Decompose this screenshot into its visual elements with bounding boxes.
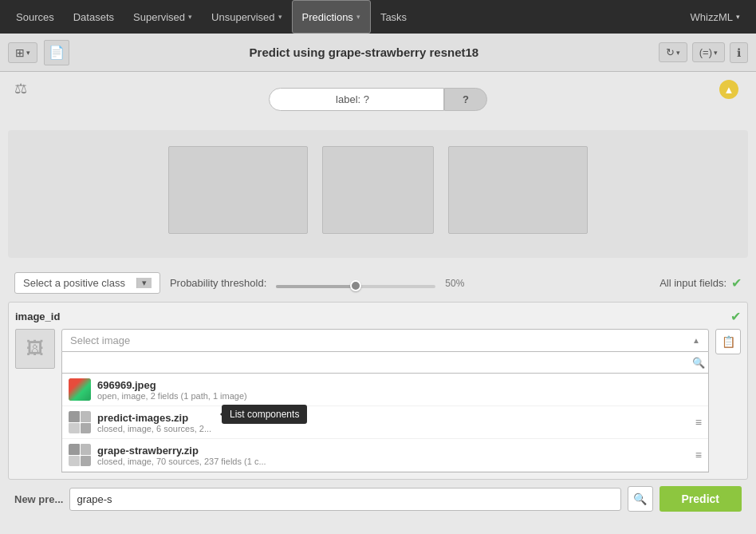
- dropdown-item-0-name: 696969.jpeg: [97, 379, 702, 391]
- nav-datasets-label: Datasets: [73, 11, 114, 23]
- positive-class-dropdown[interactable]: Select a positive class ▾: [14, 272, 160, 294]
- nav-tasks[interactable]: Tasks: [371, 0, 416, 34]
- image-card-2: [322, 146, 434, 242]
- dropdown-item-1-info: predict-images.zip closed, image, 6 sour…: [97, 412, 689, 433]
- search-magnifier-btn[interactable]: 🔍: [628, 486, 653, 512]
- dropdown-item-1-meta: closed, image, 6 sources, 2...: [97, 424, 689, 433]
- image-card-2-display: [322, 146, 434, 234]
- label-badge: ?: [444, 88, 487, 111]
- nav-user-label: WhizzML: [691, 11, 733, 23]
- nav-unsupervised-label: Unsupervised: [211, 11, 275, 23]
- upload-circle-btn[interactable]: ▲: [719, 80, 738, 99]
- dropdown-item-0-info: 696969.jpeg open, image, 2 fields (1 pat…: [97, 379, 702, 401]
- predictions-caret-icon: ▾: [356, 13, 360, 21]
- label-pill: label: ?: [269, 88, 444, 111]
- image-card-3-display: [448, 146, 588, 234]
- image-placeholder: 🖼: [15, 329, 55, 369]
- select-image-wrapper: Select image ▲ 🔍: [61, 329, 709, 473]
- dropdown-item-1-name: predict-images.zip: [97, 412, 689, 424]
- field-body: 🖼 Select image ▲ 🔍: [15, 329, 741, 473]
- info-icon: ℹ: [737, 46, 741, 59]
- dashboard-icon: ⊞: [15, 46, 25, 59]
- toolbar-right: ↻ ▾ (=) ▾ ℹ: [659, 42, 748, 63]
- select-image-dropdown-header[interactable]: Select image ▲: [61, 329, 709, 352]
- dropdown-item-2-name: grape-strawberry.zip: [97, 445, 689, 457]
- supervised-caret-icon: ▾: [188, 13, 192, 21]
- dropdown-search-area: 🔍: [61, 352, 709, 374]
- formula-btn[interactable]: (=) ▾: [692, 42, 725, 62]
- dropdown-item-2-info: grape-strawberry.zip closed, image, 70 s…: [97, 445, 689, 466]
- nav-datasets[interactable]: Datasets: [64, 0, 124, 34]
- positive-class-label: Select a positive class: [23, 277, 125, 289]
- content-area: ⚖ label: ? ? ▲: [0, 72, 756, 520]
- nav-supervised-label: Supervised: [133, 11, 185, 23]
- label-row: label: ? ?: [8, 88, 748, 111]
- nav-predictions-label: Predictions: [302, 11, 353, 23]
- unsupervised-caret-icon: ▾: [278, 13, 282, 21]
- toolbar: ⊞ ▾ 📄 Predict using grape-strawberry res…: [0, 34, 756, 72]
- dropdown-item-2-meta: closed, image, 70 sources, 237 fields (1…: [97, 457, 689, 466]
- probability-slider[interactable]: [276, 279, 435, 288]
- formula-caret-icon: ▾: [714, 49, 718, 57]
- dropdown-item-2[interactable]: grape-strawberry.zip closed, image, 70 s…: [62, 439, 708, 472]
- image-id-field-section: image_id ✔ 🖼 Select image ▲ 🔍: [8, 302, 748, 480]
- refresh-icon: ↻: [666, 46, 675, 58]
- image-placeholder-icon: 🖼: [26, 338, 44, 359]
- dropdown-search-icon: 🔍: [692, 357, 705, 369]
- new-pred-input[interactable]: [69, 488, 620, 511]
- dropdown-search-input[interactable]: [65, 355, 692, 370]
- magnifier-icon: 🔍: [633, 492, 647, 505]
- dropdown-item-2-list-icon[interactable]: ≡: [695, 449, 702, 461]
- prob-threshold-label: Probability threshold:: [170, 277, 266, 289]
- dropdown-item-0[interactable]: 696969.jpeg open, image, 2 fields (1 pat…: [62, 374, 708, 406]
- dropdown-item-1[interactable]: predict-images.zip closed, image, 6 sour…: [62, 406, 708, 439]
- image-cards-area: [8, 130, 748, 258]
- controls-row: Select a positive class ▾ Probability th…: [8, 272, 748, 294]
- upload-icon: ▲: [724, 84, 734, 96]
- new-pred-label: New pre...: [14, 493, 63, 505]
- nav-sources[interactable]: Sources: [6, 0, 64, 34]
- dropdown-item-1-list-icon[interactable]: ≡: [695, 416, 702, 429]
- nav-unsupervised[interactable]: Unsupervised ▾: [202, 0, 292, 34]
- prob-pct-value: 50%: [445, 278, 464, 289]
- nav-sources-label: Sources: [16, 11, 54, 23]
- predict-button[interactable]: Predict: [660, 486, 742, 512]
- dropdown-list: 696969.jpeg open, image, 2 fields (1 pat…: [61, 374, 709, 473]
- label-area: ⚖ label: ? ? ▲: [8, 80, 748, 122]
- document-icon-btn[interactable]: 📄: [44, 40, 69, 65]
- image-card-3: [448, 146, 588, 242]
- user-caret-icon: ▾: [736, 13, 740, 21]
- formula-icon: (=): [699, 46, 712, 58]
- new-predictions-row: New pre... 🔍 Predict: [8, 486, 748, 512]
- main-area: ⊞ ▾ 📄 Predict using grape-strawberry res…: [0, 34, 756, 534]
- file-copy-btn[interactable]: 📋: [715, 329, 741, 354]
- dropdown-item-1-thumb: [69, 411, 91, 433]
- field-check-icon[interactable]: ✔: [730, 309, 741, 324]
- positive-class-caret-icon: ▾: [136, 278, 152, 288]
- dropdown-item-0-meta: open, image, 2 fields (1 path, 1 image): [97, 391, 702, 401]
- refresh-caret-icon: ▾: [676, 49, 680, 57]
- file-copy-icon: 📋: [722, 335, 735, 348]
- field-name-label: image_id: [15, 311, 60, 322]
- all-input-fields-check-icon[interactable]: ✔: [731, 275, 742, 291]
- image-card-1: [168, 146, 308, 242]
- dropdown-item-0-thumb: [69, 378, 91, 401]
- nav-supervised[interactable]: Supervised ▾: [124, 0, 202, 34]
- all-input-fields-label: All input fields:: [660, 277, 726, 289]
- document-icon: 📄: [49, 45, 65, 60]
- all-input-fields: All input fields: ✔: [660, 275, 742, 291]
- compare-icon[interactable]: ⚖: [14, 80, 27, 97]
- list-components-tooltip: List components: [222, 405, 307, 424]
- nav-tasks-label: Tasks: [380, 11, 407, 23]
- refresh-btn[interactable]: ↻ ▾: [659, 42, 687, 62]
- top-navigation: Sources Datasets Supervised ▾ Unsupervis…: [0, 0, 756, 34]
- page-title: Predict using grape-strawberry resnet18: [76, 45, 652, 59]
- field-header: image_id ✔: [15, 309, 741, 324]
- nav-predictions[interactable]: Predictions ▾: [292, 0, 371, 34]
- dropdown-item-2-thumb: [69, 444, 91, 466]
- dashboard-caret-icon: ▾: [26, 49, 30, 57]
- select-image-label: Select image: [70, 334, 130, 346]
- nav-user[interactable]: WhizzML ▾: [681, 5, 750, 30]
- dashboard-icon-btn[interactable]: ⊞ ▾: [8, 42, 37, 63]
- info-btn[interactable]: ℹ: [730, 42, 748, 63]
